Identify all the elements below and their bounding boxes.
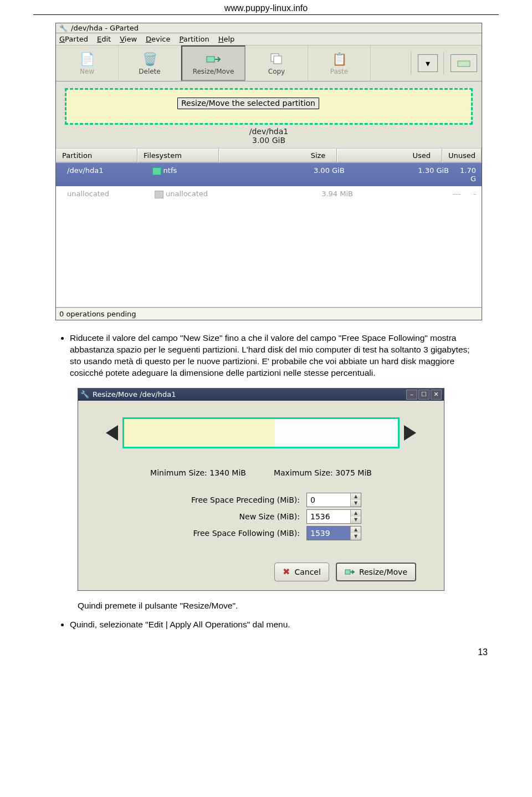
slider-left-arrow[interactable] — [106, 425, 118, 441]
toolbar-paste[interactable]: 📋 Paste — [308, 45, 371, 81]
toolbar-separator2 — [443, 52, 445, 74]
menu-edit[interactable]: Edit — [97, 35, 111, 43]
fsp-input[interactable] — [307, 493, 350, 507]
table-row[interactable]: unallocated unallocated 3.94 MiB --- - — [56, 186, 482, 202]
fsp-spinbox[interactable]: ▲▼ — [306, 493, 361, 507]
header-rule — [33, 14, 499, 15]
cell-partition: unallocated — [56, 188, 149, 200]
menubar: GParted Edit View Device Partition Help — [56, 33, 482, 45]
gparted-window: 🔧 /dev/hda - GParted GParted Edit View D… — [55, 23, 482, 320]
size-limits: Minimum Size: 1340 MiB Maximum Size: 307… — [106, 468, 416, 477]
resize-label: Resize/Move — [359, 568, 407, 576]
slider-free — [275, 419, 398, 447]
menu-gparted[interactable]: GParted — [59, 35, 88, 43]
new-icon: 📄 — [79, 51, 95, 67]
cell-size: 3.94 MiB — [237, 188, 359, 200]
partition-size: 3.00 GiB — [252, 136, 285, 145]
toolbar-new[interactable]: 📄 New — [56, 45, 119, 81]
cell-size: 3.00 GiB — [232, 165, 350, 184]
table-body: /dev/hda1 ntfs 3.00 GiB 1.30 GiB 1.70 G … — [56, 163, 482, 308]
toolbar-separator — [411, 52, 412, 74]
paragraph-list-2: Quindi, selezionate "Edit | Apply All Op… — [59, 619, 482, 631]
toolbar-resize[interactable]: Resize/Move — [181, 45, 245, 81]
menu-help[interactable]: Help — [218, 35, 235, 43]
partition-name: /dev/hda1 — [249, 127, 288, 136]
slider-right-arrow[interactable] — [404, 425, 416, 441]
max-size-label: Maximum Size: 3075 MiB — [274, 468, 372, 477]
ns-label: New Size (MiB): — [106, 512, 306, 521]
slider-used — [124, 419, 275, 447]
spin-down-icon[interactable]: ▼ — [351, 533, 361, 540]
close-button[interactable]: ✕ — [431, 390, 442, 400]
spin-down-icon[interactable]: ▼ — [351, 500, 361, 507]
col-unused[interactable]: Unused — [442, 149, 482, 162]
col-partition[interactable]: Partition — [56, 149, 137, 162]
spin-up-icon[interactable]: ▲ — [351, 510, 361, 517]
bullet-1: Riducete il valore del campo "New Size" … — [70, 333, 482, 379]
resize-dialog-window: 🔧 Resize/Move /dev/hda1 – ☐ ✕ Minimum Si… — [78, 388, 444, 591]
resize-slider — [106, 417, 416, 448]
fs-color-icon — [152, 167, 161, 175]
cancel-label: Cancel — [294, 568, 320, 576]
menu-partition[interactable]: Partition — [180, 35, 209, 43]
resize-icon — [345, 567, 355, 577]
bullet-2: Quindi premete il pulsante "Resize/Move"… — [78, 601, 482, 611]
undo-dropdown[interactable]: ▾ — [418, 54, 438, 72]
fsf-input[interactable] — [307, 527, 350, 540]
toolbar-delete[interactable]: 🗑️ Delete — [119, 45, 181, 81]
tooltip: Resize/Move the selected partition — [177, 98, 319, 109]
titlebar: 🔧 /dev/hda - GParted — [56, 23, 482, 33]
cell-fs: unallocated — [149, 188, 237, 200]
bullet-3: Quindi, selezionate "Edit | Apply All Op… — [70, 619, 482, 631]
delete-icon: 🗑️ — [141, 51, 158, 67]
dialog-app-icon: 🔧 — [80, 390, 89, 398]
col-filesystem[interactable]: Filesystem — [137, 149, 219, 162]
table-header: Partition Filesystem Size Used Unused — [56, 148, 482, 163]
toolbar-copy-label: Copy — [268, 68, 285, 75]
resize-icon — [205, 51, 222, 67]
ns-input[interactable] — [307, 510, 350, 523]
device-selector[interactable] — [451, 54, 477, 72]
dialog-body: Minimum Size: 1340 MiB Maximum Size: 307… — [78, 401, 444, 590]
spin-down-icon[interactable]: ▼ — [351, 517, 361, 523]
table-row[interactable]: /dev/hda1 ntfs 3.00 GiB 1.30 GiB 1.70 G — [56, 163, 482, 186]
status-bar: 0 operations pending — [56, 308, 482, 320]
maximize-button[interactable]: ☐ — [418, 390, 429, 400]
minimize-button[interactable]: – — [406, 390, 417, 400]
cancel-icon: ✖ — [283, 566, 290, 577]
menu-device[interactable]: Device — [146, 35, 170, 43]
cell-unused: - — [466, 188, 482, 200]
cell-partition: /dev/hda1 — [56, 165, 147, 184]
menu-view[interactable]: View — [120, 35, 137, 43]
paragraph-list-1: Riducete il valore del campo "New Size" … — [59, 333, 482, 379]
svg-rect-2 — [274, 56, 282, 64]
dialog-title: Resize/Move /dev/hda1 — [93, 390, 176, 398]
page-header-url: www.puppy-linux.info — [0, 0, 532, 14]
dialog-titlebar: 🔧 Resize/Move /dev/hda1 – ☐ ✕ — [78, 389, 444, 401]
spin-up-icon[interactable]: ▲ — [351, 527, 361, 533]
resize-move-button[interactable]: Resize/Move — [336, 563, 416, 581]
partition-info: /dev/hda1 3.00 GiB — [65, 127, 473, 148]
spin-up-icon[interactable]: ▲ — [351, 493, 361, 500]
toolbar-delete-label: Delete — [139, 68, 160, 75]
ns-spinbox[interactable]: ▲▼ — [306, 509, 361, 524]
partition-bar[interactable]: Resize/Move the selected partition — [65, 88, 473, 125]
col-size[interactable]: Size — [219, 149, 337, 162]
svg-rect-0 — [207, 57, 214, 62]
toolbar-new-label: New — [80, 68, 94, 75]
col-used[interactable]: Used — [337, 149, 442, 162]
cell-fs: ntfs — [147, 165, 232, 184]
dialog-buttons: ✖ Cancel Resize/Move — [106, 563, 416, 581]
cell-used: --- — [359, 188, 466, 200]
toolbar-paste-label: Paste — [330, 68, 348, 75]
svg-rect-3 — [458, 61, 470, 67]
cancel-button[interactable]: ✖ Cancel — [274, 563, 329, 581]
fsf-spinbox[interactable]: ▲▼ — [306, 526, 361, 540]
slider-track[interactable] — [122, 417, 400, 448]
copy-icon — [268, 51, 285, 67]
toolbar-copy[interactable]: Copy — [245, 45, 308, 81]
title-text: /dev/hda - GParted — [71, 24, 139, 32]
fs-color-icon — [155, 191, 163, 198]
fsf-label: Free Space Following (MiB): — [106, 529, 306, 538]
paste-icon: 📋 — [331, 51, 347, 67]
